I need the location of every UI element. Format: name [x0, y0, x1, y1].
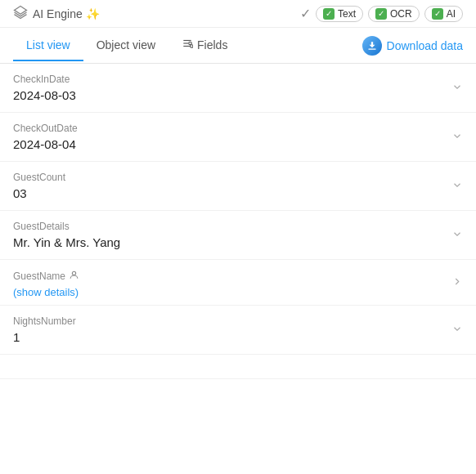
svg-rect-6 [368, 48, 375, 49]
expand-nightsnumber[interactable] [451, 323, 463, 337]
download-icon [362, 36, 382, 56]
layers-icon [13, 5, 28, 23]
ai-badge-label: AI [447, 8, 456, 20]
content-area: CheckInDate 2024-08-03 CheckOutDate 2024… [0, 64, 476, 474]
text-badge-label: Text [338, 8, 356, 20]
field-value-checkindate: 2024-08-03 [13, 88, 463, 102]
confirm-icon[interactable]: ✓ [300, 6, 311, 21]
tab-object-view[interactable]: Object view [83, 30, 168, 61]
person-icon [69, 270, 79, 283]
field-name-checkindate: CheckInDate [13, 74, 463, 85]
expand-guestname[interactable] [451, 275, 463, 289]
download-button[interactable]: Download data [362, 36, 463, 56]
ai-engine-label: AI Engine ✨ [33, 7, 100, 20]
field-row-guestcount: GuestCount 03 [0, 162, 476, 211]
svg-point-7 [72, 271, 75, 275]
tab-list-view[interactable]: List view [13, 30, 83, 61]
field-row-guestname: GuestName (show details) [0, 260, 476, 306]
field-value-guestcount: 03 [13, 186, 463, 200]
ocr-badge[interactable]: ✓ OCR [368, 6, 420, 22]
expand-checkindate[interactable] [451, 81, 463, 95]
field-row-checkindate: CheckInDate 2024-08-03 [0, 64, 476, 113]
field-name-guestcount: GuestCount [13, 172, 463, 183]
svg-point-5 [191, 45, 194, 48]
ai-badge[interactable]: ✓ AI [424, 6, 463, 22]
field-row-partial [0, 355, 476, 379]
expand-guestdetails[interactable] [451, 228, 463, 242]
expand-guestcount[interactable] [451, 179, 463, 193]
field-row-nightsnumber: NightsNumber 1 [0, 306, 476, 355]
field-row-guestdetails: GuestDetails Mr. Yin & Mrs. Yang [0, 211, 476, 260]
show-details-link[interactable]: (show details) [13, 286, 463, 298]
field-row-checkoutdate: CheckOutDate 2024-08-04 [0, 113, 476, 162]
ocr-badge-label: OCR [390, 8, 412, 20]
field-name-guestdetails: GuestDetails [13, 221, 463, 232]
ai-engine-text: AI Engine [33, 7, 83, 20]
tab-list-view-label: List view [26, 38, 70, 51]
field-name-checkoutdate: CheckOutDate [13, 123, 463, 134]
text-checkbox[interactable]: ✓ [323, 8, 335, 20]
tabs-bar: List view Object view Fields Download da… [0, 28, 476, 64]
ocr-checkbox[interactable]: ✓ [375, 8, 387, 20]
field-name-nightsnumber: NightsNumber [13, 315, 463, 327]
tab-fields[interactable]: Fields [168, 29, 240, 61]
tab-fields-label: Fields [197, 38, 227, 51]
download-label: Download data [387, 39, 463, 52]
header: AI Engine ✨ ✓ ✓ Text ✓ OCR ✓ AI [0, 0, 476, 28]
expand-checkoutdate[interactable] [451, 130, 463, 144]
sparkle-icon: ✨ [86, 7, 100, 20]
header-right: ✓ ✓ Text ✓ OCR ✓ AI [300, 6, 463, 22]
header-left: AI Engine ✨ [13, 5, 100, 23]
field-value-nightsnumber: 1 [13, 330, 463, 344]
tab-object-view-label: Object view [97, 38, 155, 51]
field-value-checkoutdate: 2024-08-04 [13, 137, 463, 151]
text-badge[interactable]: ✓ Text [316, 6, 363, 22]
field-value-guestdetails: Mr. Yin & Mrs. Yang [13, 235, 463, 249]
ai-checkbox[interactable]: ✓ [432, 8, 443, 20]
svg-point-4 [189, 42, 192, 45]
fields-icon [182, 38, 193, 51]
field-name-guestname: GuestName [13, 270, 463, 283]
